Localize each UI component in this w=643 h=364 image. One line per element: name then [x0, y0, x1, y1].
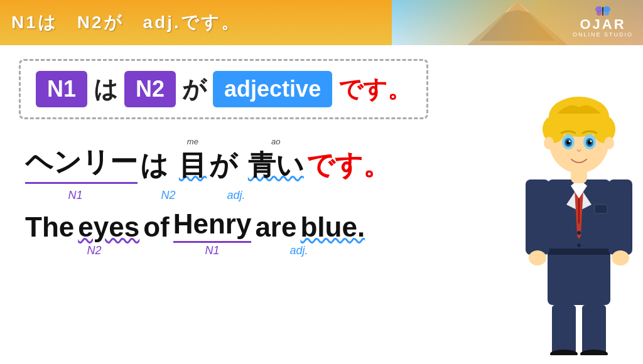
ojar-text: OJAR	[580, 18, 625, 31]
en-the: The	[25, 211, 74, 243]
svg-rect-16	[548, 249, 610, 255]
en-eyes: eyes	[78, 211, 139, 243]
en-n1-label: N1	[175, 244, 250, 257]
header-bar: N1は N2が adj.です。 OJAR ONLINE STUDIO	[0, 0, 643, 45]
svg-point-37	[590, 141, 592, 142]
aoi-text: 青い	[248, 147, 304, 184]
svg-point-41	[577, 244, 581, 247]
n1-pill: N1	[36, 71, 87, 107]
svg-point-42	[577, 231, 581, 235]
n2-pill: N2	[124, 71, 176, 107]
example-jp: ヘンリー は me 目 が ao 青い です。	[25, 137, 496, 184]
svg-point-24	[612, 250, 629, 265]
ojar-logo: OJAR ONLINE STUDIO	[573, 5, 633, 38]
main-content: N1 は N2 が adjective です。 ヘンリー は me 目 が a	[0, 45, 515, 364]
svg-rect-22	[608, 179, 632, 255]
en-of: of	[143, 211, 170, 243]
henry-word: ヘンリー	[25, 143, 138, 184]
svg-rect-9	[602, 7, 603, 16]
ojar-sub: ONLINE STUDIO	[573, 31, 633, 38]
svg-rect-21	[526, 179, 549, 255]
desu-text: です。	[306, 147, 391, 184]
ga-text: が	[209, 147, 237, 184]
ga-particle: が	[182, 73, 207, 105]
en-henry-wrap: Henry	[173, 208, 252, 243]
henry-text: ヘンリー	[25, 144, 138, 184]
svg-point-8	[604, 11, 609, 16]
header-title: N1は N2が adj.です。	[11, 11, 240, 35]
en-n2-label: N2	[57, 244, 132, 257]
svg-rect-40	[595, 205, 607, 213]
wa-particle: は	[94, 73, 118, 105]
svg-point-36	[569, 141, 571, 142]
svg-rect-17	[552, 305, 576, 354]
svg-point-23	[529, 250, 546, 265]
jp-adj-label: adj.	[211, 189, 261, 202]
ha-text: は	[140, 147, 168, 184]
me-ruby: me	[187, 137, 198, 146]
svg-rect-18	[582, 305, 606, 354]
ha-word: は	[140, 146, 168, 184]
en-adj-label: adj.	[274, 244, 324, 257]
desu-pattern: です。	[338, 73, 411, 105]
character-panel	[515, 45, 643, 364]
en-blue-wrap: blue.	[300, 211, 365, 243]
pattern-box: N1 は N2 が adjective です。	[19, 59, 428, 119]
en-henry: Henry	[173, 208, 252, 243]
svg-point-39	[604, 137, 614, 149]
jp-n2-label: N2	[149, 189, 187, 202]
desu-word: です。	[306, 146, 391, 184]
character-svg	[519, 54, 639, 355]
svg-point-7	[597, 11, 602, 16]
en-blue: blue.	[300, 211, 365, 243]
me-text: 目	[179, 147, 207, 184]
example-en: The eyes of Henry are blue.	[25, 208, 496, 243]
svg-point-38	[544, 137, 554, 149]
ga-word: が	[209, 146, 237, 184]
me-word: me 目	[179, 137, 207, 184]
en-are: are	[255, 211, 296, 243]
en-eyes-wrap: eyes	[78, 211, 139, 243]
aoi-word: ao 青い	[248, 137, 304, 184]
adjective-pill: adjective	[213, 71, 332, 107]
jp-n1-label: N1	[25, 189, 126, 202]
ao-ruby: ao	[271, 137, 280, 146]
